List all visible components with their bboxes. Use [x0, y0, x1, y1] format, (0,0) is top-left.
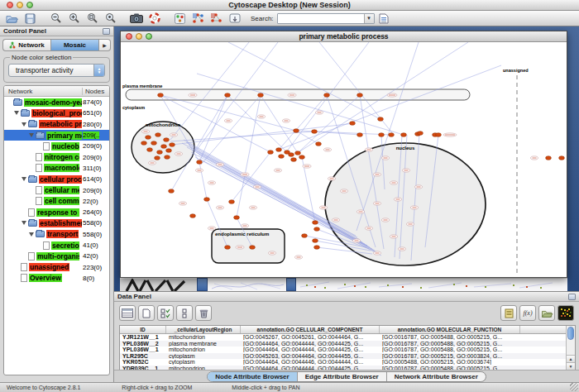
table-row[interactable]: YJR121W__1mitochondrion[GO:0045267, GO:0… [120, 334, 566, 341]
tree-row[interactable]: nitrogen compo209(0) [4, 151, 109, 162]
vizmapper-button[interactable] [171, 12, 189, 26]
snapshot-button[interactable] [127, 12, 145, 26]
graph-node[interactable] [190, 214, 196, 218]
tree-row[interactable]: cellular process614(0) [4, 174, 109, 184]
table-scrollbar[interactable]: ▲ ▼ [566, 326, 575, 370]
graph-node[interactable] [316, 142, 322, 146]
graph-node[interactable] [161, 145, 167, 149]
unselect-attributes-button[interactable] [176, 305, 193, 321]
attribute-table-button[interactable] [119, 305, 136, 321]
graph-node[interactable] [258, 93, 264, 98]
tree-row[interactable]: multi-organism pro42(0) [4, 251, 109, 261]
analyze-network-1-button[interactable] [189, 12, 207, 26]
zoom-out-button[interactable] [47, 12, 65, 26]
annotation-button[interactable] [226, 12, 243, 26]
graph-node[interactable] [378, 117, 384, 122]
table-row[interactable]: YLR295Ccytoplasm[GO:0045263, GO:0044464,… [120, 353, 566, 360]
graph-node[interactable] [313, 239, 318, 243]
data-panel-detach-icon[interactable] [568, 294, 576, 300]
graph-node[interactable] [302, 234, 308, 238]
tree-row[interactable]: mosaic-demo-yeast874(0) [4, 97, 109, 108]
background-window-2[interactable] [208, 278, 286, 291]
tree-row[interactable]: response to stimul264(0) [4, 207, 109, 218]
graph-node[interactable] [146, 136, 151, 140]
tree-row[interactable]: biological_process651(0) [4, 108, 109, 118]
table-row[interactable]: YPL036W__1mitochondrion[GO:0044464, GO:0… [120, 347, 566, 353]
edge[interactable] [228, 42, 380, 119]
expander-icon[interactable] [14, 111, 19, 115]
expander-icon[interactable] [29, 133, 34, 137]
graph-node[interactable] [324, 93, 330, 98]
zoom-fit-button[interactable] [102, 12, 119, 26]
graph-node[interactable] [204, 198, 210, 202]
scroll-down-icon[interactable]: ▼ [567, 362, 575, 370]
tab-overflow-arrow[interactable]: ▶ [99, 39, 111, 51]
tree-row[interactable]: secretion41(0) [4, 240, 109, 251]
graph-node[interactable] [314, 246, 320, 250]
scroll-up-icon[interactable]: ▲ [567, 355, 575, 362]
graph-node[interactable] [197, 160, 203, 165]
tree-row[interactable]: primary metabo209(.. [4, 130, 109, 141]
select-attributes-button[interactable] [157, 305, 174, 321]
graph-node[interactable] [155, 156, 160, 160]
graph-node[interactable] [156, 133, 161, 137]
open-session-button[interactable] [3, 12, 21, 26]
detach-icon[interactable] [103, 28, 110, 35]
graph-node[interactable] [314, 227, 320, 232]
formula-builder-button[interactable]: f(x) [519, 305, 536, 321]
graph-node[interactable] [279, 155, 285, 159]
expander-icon[interactable] [29, 232, 34, 237]
expander-icon[interactable] [22, 177, 26, 181]
import-attributes-button[interactable] [538, 305, 555, 321]
graph-node[interactable] [170, 143, 175, 147]
graph-node[interactable] [418, 131, 423, 136]
help-button[interactable] [146, 12, 163, 26]
graph-node[interactable] [436, 133, 442, 137]
matrix-view-button[interactable] [557, 305, 574, 321]
tree-row[interactable]: transport558(0) [4, 229, 109, 240]
graph-node[interactable] [357, 93, 363, 98]
graph-node[interactable] [350, 122, 356, 126]
graph-node[interactable] [225, 246, 231, 250]
tree-row[interactable]: unassigned223(0) [4, 261, 109, 272]
minimize-icon[interactable] [17, 2, 23, 8]
graph-node[interactable] [546, 156, 552, 160]
graph-node[interactable] [158, 93, 164, 98]
background-window-2-edge[interactable] [197, 278, 208, 291]
search-input[interactable] [278, 14, 364, 23]
graph-node[interactable] [169, 189, 175, 194]
node-color-dropdown[interactable]: transporter activity ▲▼ [8, 64, 105, 77]
edge[interactable] [237, 95, 261, 218]
graph-node[interactable] [312, 130, 318, 134]
graph-node[interactable] [165, 155, 170, 160]
import-table-button[interactable] [376, 12, 393, 26]
column-header[interactable]: ID [120, 326, 166, 333]
network-graph[interactable]: plasma membranecytoplasmmitochondrionnuc… [121, 42, 567, 277]
maximize-icon[interactable] [26, 2, 33, 8]
column-header[interactable]: annotation.GO CELLULAR_COMPONENT [241, 326, 380, 333]
edge[interactable] [199, 162, 207, 199]
graph-node[interactable] [294, 129, 299, 133]
save-session-button[interactable] [22, 12, 39, 26]
tree-row[interactable]: establishment of lo558(0) [4, 218, 109, 228]
edge[interactable] [296, 131, 391, 135]
graph-node[interactable] [225, 93, 231, 98]
graph-node[interactable] [268, 151, 274, 155]
tab-node-attribute-browser[interactable]: Node Attribute Browser [208, 372, 298, 381]
graph-node[interactable] [389, 133, 395, 137]
graph-node[interactable] [299, 155, 305, 160]
tab-edge-attribute-browser[interactable]: Edge Attribute Browser [298, 372, 387, 381]
search-dropdown-arrow[interactable]: ▼ [364, 14, 374, 23]
graph-node[interactable] [289, 153, 294, 157]
frame-close-icon[interactable] [126, 33, 132, 40]
graph-node[interactable] [559, 156, 565, 160]
close-icon[interactable] [7, 2, 13, 8]
tab-network[interactable]: Network [2, 39, 50, 51]
column-header[interactable]: annotation.GO MOLECULAR_FUNCTION [380, 326, 520, 333]
analyze-network-2-button[interactable] [208, 12, 225, 26]
graph-node[interactable] [291, 158, 297, 162]
table-row[interactable]: YKR052Ccytoplasm[GO:0044464, GO:0044446,… [120, 359, 566, 366]
tab-network-attribute-browser[interactable]: Network Attribute Browser [387, 372, 486, 381]
expander-icon[interactable] [22, 122, 26, 127]
tree-row[interactable]: metabolic process280(0) [4, 119, 109, 130]
